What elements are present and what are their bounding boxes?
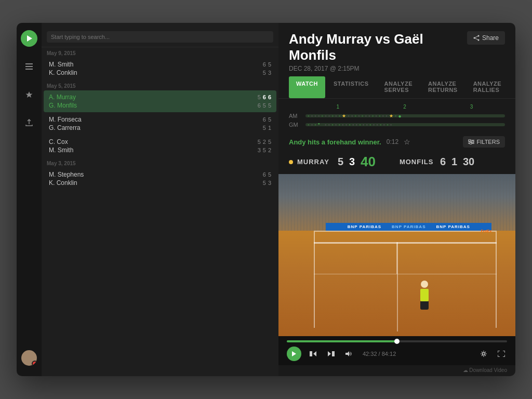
service-box-right (397, 242, 497, 274)
monfils-name: MONFILS (400, 158, 436, 166)
monfils-set1: 6 (440, 156, 448, 168)
video-controls: 42:32 / 84:12 (278, 336, 515, 365)
svg-rect-2 (25, 66, 33, 67)
match-header: Andy Murray vs Gaël Monfils DEC 28, 2017… (278, 23, 515, 76)
svg-line-9 (474, 38, 478, 40)
share-button[interactable]: Share (467, 31, 505, 45)
player-body (420, 289, 429, 301)
svg-marker-16 (292, 351, 296, 356)
date-label: May 3, 2015 (42, 157, 278, 167)
download-row[interactable]: ☁ Download Video (278, 365, 515, 376)
rewind-button[interactable] (308, 350, 319, 358)
player-figure (417, 281, 432, 312)
tab-statistics[interactable]: STATISTICS (326, 76, 376, 98)
tab-analyze-rallies[interactable]: ANALYZE RALLIES (466, 76, 509, 98)
date-label: May 9, 2015 (42, 47, 278, 57)
nav-play-icon[interactable] (21, 30, 37, 47)
timeline-row-gm: GM ●●●●●●●●●●●●●●●●●●●●●●●● (289, 121, 505, 128)
tab-analyze-returns[interactable]: ANALYZE RETURNS (421, 76, 465, 98)
fedex-logo: FedEx (481, 229, 491, 233)
player-scores: 5 1 (263, 125, 271, 131)
am-timeline-dots[interactable]: ●●●●●●●●●●★●●●●●●●●●●●●★●● (305, 112, 505, 119)
controls-right (478, 349, 507, 358)
progress-fill (287, 340, 397, 342)
svg-line-8 (474, 36, 478, 38)
volume-button[interactable] (343, 350, 354, 358)
filters-button[interactable]: FILTERS (463, 136, 505, 148)
sidebar-icons (17, 23, 42, 376)
monfils-dot (391, 160, 395, 164)
player-legs (420, 301, 429, 310)
list-item[interactable]: M. Smith 6 5 K. Conklin 5 3 (44, 58, 276, 79)
list-item[interactable]: C. Cox 5 2 5 M. Smith 3 5 2 (44, 135, 276, 157)
date-label: May 5, 2015 (42, 80, 278, 90)
time-current: 42:32 (363, 351, 377, 357)
user-avatar-area (21, 347, 37, 369)
gm-timeline-dots[interactable]: ●●●●●●●●●●●●●●●●●●●●●●●● (305, 121, 505, 128)
player-name-active: G. Monfils (49, 102, 77, 109)
set-marker-2: 2 (403, 104, 406, 110)
player-scores: 6 5 5 (258, 102, 271, 109)
svg-marker-19 (328, 351, 331, 356)
gm-label: GM (289, 122, 302, 128)
player-scores: 6 5 (263, 171, 271, 178)
list-item-active[interactable]: A. Murray 5 6 6 G. Monfils 6 5 5 (44, 90, 276, 112)
progress-bar[interactable] (287, 340, 507, 342)
star-icon[interactable]: ☆ (404, 138, 410, 146)
monfils-game: 30 (463, 156, 474, 168)
time-total: 84:12 (382, 351, 396, 357)
video-court: BNP PARIBAS BNP PARIBAS BNP PARIBAS (278, 174, 515, 336)
play-button[interactable] (287, 347, 301, 361)
video-area[interactable]: BNP PARIBAS BNP PARIBAS BNP PARIBAS (278, 174, 515, 336)
player-name: M. Smith (49, 61, 73, 68)
fast-forward-button[interactable] (325, 350, 337, 358)
time-display: 42:32 / 84:12 (363, 351, 396, 357)
settings-button[interactable] (478, 349, 489, 358)
event-text: Andy hits a forehand winner. (289, 138, 381, 146)
tab-analyze-serves[interactable]: ANALYZE SERVES (377, 76, 420, 98)
nav-menu-icon[interactable] (21, 58, 37, 75)
svg-marker-17 (313, 351, 316, 356)
progress-thumb[interactable] (394, 339, 400, 344)
nav-upload-icon[interactable] (21, 114, 37, 131)
svg-marker-0 (27, 35, 32, 42)
timeline-row-am: AM ●●●●●●●●●●★●●●●●●●●●●●●★●● (289, 112, 505, 119)
share-label: Share (482, 34, 499, 42)
set-marker-3: 3 (470, 104, 473, 110)
svg-rect-1 (25, 63, 33, 64)
player-scores: 6 5 (263, 61, 271, 68)
player-scores: 5 2 5 (258, 139, 271, 145)
fullscreen-button[interactable] (496, 350, 507, 358)
svg-point-15 (470, 142, 472, 144)
nav-star-icon[interactable] (21, 86, 37, 103)
bnp-banner: BNP PARIBAS BNP PARIBAS BNP PARIBAS (326, 223, 491, 231)
murray-dot (289, 160, 293, 164)
player-name: C. Cox (49, 138, 68, 145)
svg-rect-18 (310, 351, 312, 356)
score-timeline: 1 2 3 AM ●●●●●●●●●●★●●●●●●●●●●●●★●● (278, 99, 515, 133)
score-player-monfils: MONFILS 6 1 30 (391, 154, 474, 170)
player-name: M. Stephens (49, 171, 84, 178)
svg-point-13 (469, 139, 471, 141)
murray-set1: 5 (338, 156, 346, 168)
murray-set2: 3 (349, 156, 357, 168)
search-input[interactable] (47, 31, 273, 43)
avatar[interactable] (21, 350, 37, 366)
match-title: Andy Murray vs Gaël Monfils (289, 31, 467, 63)
player-name: M. Fonseca (49, 116, 82, 123)
svg-point-14 (472, 141, 474, 143)
svg-rect-3 (25, 69, 33, 70)
player-scores: 5 3 (263, 180, 271, 186)
set-marker-1: 1 (337, 104, 340, 110)
murray-name: MURRAY (297, 158, 334, 166)
tab-watch[interactable]: WATCH (289, 76, 325, 98)
download-label: Download Video (469, 367, 507, 373)
match-date: DEC 28, 2017 @ 2:15PM (289, 65, 467, 72)
filters-label: FILTERS (477, 139, 500, 145)
svg-point-22 (483, 353, 485, 355)
monfils-sets: 6 1 30 (440, 156, 474, 168)
list-item[interactable]: M. Fonseca 6 5 G. Carrerra 5 1 (44, 113, 276, 135)
murray-sets: 5 3 40 (338, 154, 376, 170)
list-item[interactable]: M. Stephens 6 5 K. Conklin 5 3 (44, 168, 276, 190)
service-box-left (314, 242, 397, 274)
